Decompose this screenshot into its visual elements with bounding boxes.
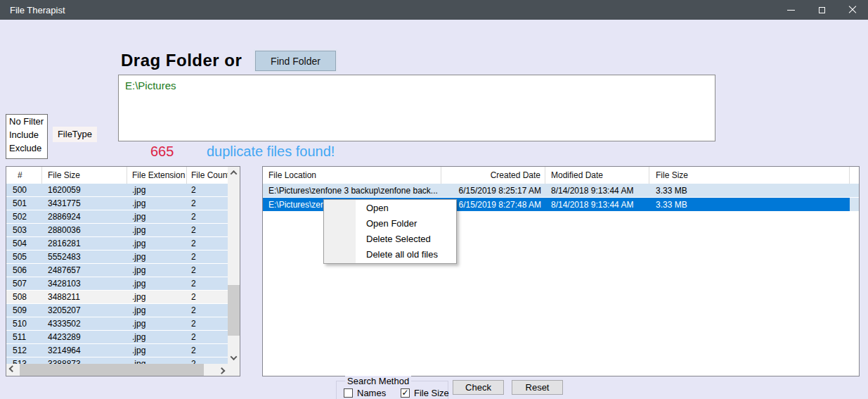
table-cell: 505 — [6, 251, 42, 264]
context-menu-items: OpenOpen FolderDelete SelectedDelete all… — [324, 201, 456, 262]
table-cell: 1620059 — [42, 184, 127, 197]
scroll-up-button[interactable] — [228, 167, 240, 179]
left-column-header[interactable]: # — [6, 167, 42, 184]
table-cell: 2 — [187, 277, 228, 291]
table-row[interactable]: 5042816281.jpg2 — [6, 237, 228, 251]
context-menu-item[interactable]: Delete Selected — [324, 232, 456, 247]
table-cell: .jpg — [127, 317, 187, 331]
table-cell: 506 — [6, 264, 42, 277]
table-cell: 502 — [6, 210, 42, 224]
table-cell: 510 — [6, 317, 42, 331]
chevron-up-icon — [231, 170, 238, 177]
table-cell: 3488211 — [42, 291, 127, 304]
table-cell: 2 — [187, 251, 228, 264]
table-cell: .jpg — [127, 197, 187, 210]
table-cell: 2487657 — [42, 264, 127, 277]
table-cell: 2 — [187, 357, 228, 364]
table-cell: 3214964 — [42, 344, 127, 357]
table-cell: 2 — [187, 331, 228, 344]
table-row[interactable]: 5062487657.jpg2 — [6, 264, 228, 277]
right-column-header[interactable]: File Size — [649, 167, 850, 184]
left-column-header[interactable]: File Extension — [127, 167, 187, 184]
file-size-checkbox[interactable]: ✓ — [401, 388, 410, 398]
table-cell: .jpg — [127, 277, 187, 291]
right-column-header[interactable]: File Location — [263, 167, 441, 184]
find-folder-button[interactable]: Find Folder — [255, 51, 336, 71]
context-menu-item[interactable]: Open Folder — [324, 216, 456, 232]
table-row[interactable]: 5093205207.jpg2 — [6, 304, 228, 317]
table-cell: .jpg — [127, 224, 187, 237]
vertical-scrollbar[interactable] — [228, 167, 240, 364]
table-cell: 4333502 — [42, 317, 127, 331]
table-cell: .jpg — [127, 264, 187, 277]
table-cell: 2886924 — [42, 210, 127, 224]
table-row[interactable]: 5133388873.jpg2 — [6, 357, 228, 364]
left-table-rows: 5001620059.jpg25013431775.jpg25022886924… — [6, 184, 228, 364]
table-row[interactable]: 5123214964.jpg2 — [6, 344, 228, 357]
context-menu-item[interactable]: Delete all old files — [324, 247, 456, 262]
table-cell: 3205207 — [42, 304, 127, 317]
table-row[interactable]: 5104333502.jpg2 — [6, 317, 228, 331]
right-header-filler — [850, 167, 859, 184]
table-cell: 3428103 — [42, 277, 127, 291]
filter-option[interactable]: No Filter — [6, 115, 47, 128]
table-row[interactable]: 5032880036.jpg2 — [6, 224, 228, 237]
right-table-header: File LocationCreated DateModified DateFi… — [263, 167, 859, 184]
file-locations-table: File LocationCreated DateModified DateFi… — [262, 166, 860, 376]
scroll-down-button[interactable] — [228, 352, 240, 364]
table-cell: 509 — [6, 304, 42, 317]
table-cell: 6/15/2019 8:27:48 AM — [441, 198, 545, 212]
window-controls — [775, 0, 868, 20]
vertical-scroll-thumb[interactable] — [228, 285, 240, 336]
table-row[interactable]: 5022886924.jpg2 — [6, 210, 228, 224]
titlebar: File Therapist — [0, 0, 868, 20]
table-row[interactable]: E:\Pictures\zenfone 3 backup\zenfone bac… — [263, 184, 859, 198]
table-row[interactable]: 5055552483.jpg2 — [6, 251, 228, 264]
left-table-header: #File SizeFile ExtensionFile Count — [6, 167, 228, 184]
filter-option[interactable]: Include — [6, 128, 47, 141]
table-row[interactable]: 5001620059.jpg2 — [6, 184, 228, 197]
table-row[interactable]: 5114423289.jpg2 — [6, 331, 228, 344]
table-cell: 2 — [187, 317, 228, 331]
left-column-header[interactable]: File Count — [187, 167, 228, 184]
filetype-button[interactable]: FileType — [53, 127, 97, 142]
table-cell: 6/15/2019 8:25:17 AM — [441, 184, 545, 198]
search-method-label: Search Method — [345, 376, 411, 386]
right-column-header[interactable]: Modified Date — [545, 167, 649, 184]
table-row[interactable]: 5013431775.jpg2 — [6, 197, 228, 210]
table-cell: 2 — [187, 224, 228, 237]
filter-option[interactable]: Exclude — [6, 141, 47, 155]
close-button[interactable] — [837, 0, 868, 20]
table-cell: 8/14/2018 9:13:44 AM — [545, 198, 649, 212]
filter-listbox: No FilterIncludeExclude — [6, 114, 48, 159]
names-checkbox[interactable] — [344, 388, 353, 398]
table-row[interactable]: 5083488211.jpg2 — [6, 291, 228, 304]
reset-button[interactable]: Reset — [512, 380, 563, 395]
table-cell: 503 — [6, 224, 42, 237]
table-cell: 2 — [187, 197, 228, 210]
horizontal-scrollbar[interactable] — [6, 364, 228, 376]
context-menu-item[interactable]: Open — [324, 201, 456, 216]
folder-path-input[interactable]: E:\Pictures — [118, 75, 715, 141]
folder-path-value: E:\Pictures — [125, 80, 176, 91]
duplicate-groups-table: #File SizeFile ExtensionFile Count 50016… — [6, 166, 240, 376]
maximize-button[interactable] — [806, 0, 837, 20]
scroll-right-button[interactable] — [216, 364, 228, 376]
close-icon — [848, 6, 857, 14]
table-cell: 512 — [6, 344, 42, 357]
file-size-checkbox-label: File Size — [414, 388, 449, 398]
minimize-button[interactable] — [775, 0, 806, 20]
table-cell: 513 — [6, 357, 42, 364]
right-column-header[interactable]: Created Date — [441, 167, 545, 184]
scroll-left-button[interactable] — [6, 364, 18, 376]
check-button[interactable]: Check — [453, 380, 504, 395]
table-cell: 3.33 MB — [649, 184, 850, 198]
table-row[interactable]: 5073428103.jpg2 — [6, 277, 228, 291]
table-cell: 2 — [187, 184, 228, 197]
horizontal-scroll-thumb[interactable] — [20, 364, 204, 376]
names-checkbox-label: Names — [357, 388, 386, 398]
app-window: File Therapist Drag Folder or Find Folde… — [0, 0, 868, 399]
table-cell: 2880036 — [42, 224, 127, 237]
left-column-header[interactable]: File Size — [42, 167, 127, 184]
window-title: File Therapist — [0, 5, 65, 15]
